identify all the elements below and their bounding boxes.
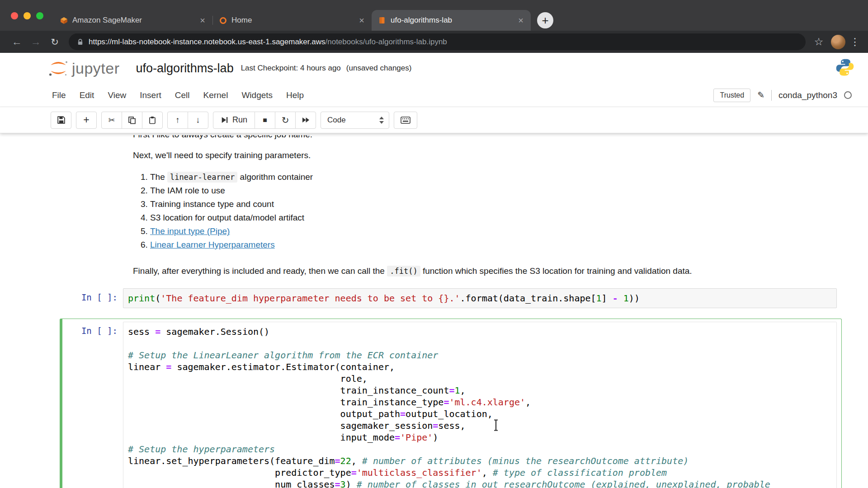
list-item: Linear Learner Hyperparameters bbox=[150, 238, 831, 252]
kernel-idle-icon bbox=[844, 91, 852, 99]
run-button[interactable]: Run bbox=[213, 112, 255, 129]
bookmark-star-icon[interactable]: ☆ bbox=[810, 36, 827, 48]
python-logo-icon bbox=[835, 58, 854, 79]
copy-cells-button[interactable] bbox=[122, 112, 142, 129]
sagemaker-favicon-icon bbox=[60, 16, 68, 24]
tab-title: Home bbox=[231, 16, 354, 25]
restart-kernel-button[interactable]: ↻ bbox=[275, 112, 296, 129]
jupyter-logo[interactable]: jupyter bbox=[48, 59, 120, 77]
tab-strip: Amazon SageMaker × Home × ufo-algorithms… bbox=[53, 0, 553, 31]
url-text: https://ml-labs-notebook-instance.notebo… bbox=[89, 38, 447, 47]
checkpoint-status: Last Checkpoint: 4 hours ago bbox=[241, 64, 341, 73]
fast-forward-icon bbox=[302, 117, 310, 123]
floppy-icon bbox=[57, 116, 66, 124]
restart-run-all-button[interactable] bbox=[295, 112, 316, 129]
code-cell-print-feature-dim[interactable]: In [ ]: print('The feature_dim hyperpara… bbox=[60, 285, 842, 311]
profile-avatar[interactable] bbox=[831, 35, 845, 49]
close-window-button[interactable] bbox=[11, 12, 18, 19]
paste-icon bbox=[148, 116, 156, 124]
window-controls bbox=[11, 12, 43, 19]
list-item: The input type (Pipe) bbox=[150, 225, 831, 238]
tab-home[interactable]: Home × bbox=[212, 10, 372, 31]
list-item: S3 location for output data/model artifa… bbox=[150, 211, 831, 225]
code-input-area[interactable]: sess = sagemaker.Session() # Setup the L… bbox=[123, 322, 837, 488]
code-input-area[interactable]: print('The feature_dim hyperparameter ne… bbox=[123, 288, 837, 308]
jupyter-menubar: File Edit View Insert Cell Kernel Widget… bbox=[0, 84, 868, 107]
copy-icon bbox=[128, 116, 136, 124]
unsaved-changes-status: (unsaved changes) bbox=[346, 64, 412, 73]
menu-file[interactable]: File bbox=[45, 90, 73, 100]
run-icon bbox=[221, 116, 228, 124]
cut-cells-button[interactable]: ✂ bbox=[101, 112, 122, 129]
list-item: The linear-learner algorithm container bbox=[150, 170, 831, 184]
list-item: The IAM role to use bbox=[150, 184, 831, 197]
notebook-favicon-icon bbox=[378, 16, 386, 24]
move-cell-down-button[interactable]: ↓ bbox=[188, 112, 208, 129]
zoom-window-button[interactable] bbox=[36, 12, 43, 19]
save-button[interactable] bbox=[51, 112, 71, 129]
cell-prompt: In [ ]: bbox=[62, 288, 123, 308]
cell-type-value: Code bbox=[327, 116, 346, 125]
clipped-markdown-line: First I like to always create a specific… bbox=[133, 135, 842, 141]
tab-amazon-sagemaker[interactable]: Amazon SageMaker × bbox=[53, 10, 212, 31]
jupyter-favicon-icon bbox=[219, 16, 227, 24]
tab-ufo-algorithms-lab[interactable]: ufo-algorithms-lab × bbox=[372, 10, 531, 31]
linear-learner-hyperparameters-link[interactable]: Linear Learner Hyperparameters bbox=[150, 240, 275, 249]
edit-pencil-icon[interactable]: ✎ bbox=[757, 90, 764, 100]
browser-menu-icon[interactable]: ⋮ bbox=[849, 36, 861, 48]
inline-code: linear-learner bbox=[167, 172, 237, 183]
lock-icon bbox=[77, 38, 84, 46]
browser-titlebar: Amazon SageMaker × Home × ufo-algorithms… bbox=[0, 0, 868, 31]
jupyter-toolbar: + ✂ ↑ ↓ Run ■ ↻ Code bbox=[0, 107, 868, 133]
menu-edit[interactable]: Edit bbox=[73, 90, 101, 100]
markdown-paragraph: Finally, after everything is included an… bbox=[133, 264, 831, 278]
insert-cell-button[interactable]: + bbox=[76, 112, 97, 129]
jupyter-wordmark: jupyter bbox=[72, 61, 120, 76]
markdown-cell[interactable]: Next, we'll need to specify training par… bbox=[133, 149, 831, 278]
forward-button[interactable]: → bbox=[26, 31, 45, 53]
address-bar[interactable]: https://ml-labs-notebook-instance.notebo… bbox=[69, 33, 806, 50]
tab-title: Amazon SageMaker bbox=[72, 16, 194, 25]
close-tab-icon[interactable]: × bbox=[199, 16, 206, 25]
menu-insert[interactable]: Insert bbox=[133, 90, 168, 100]
cell-prompt: In [ ]: bbox=[62, 322, 123, 488]
notebook-scroll-area[interactable]: First I like to always create a specific… bbox=[0, 133, 868, 488]
tab-title: ufo-algorithms-lab bbox=[391, 16, 513, 25]
keyboard-icon bbox=[401, 117, 410, 124]
paste-cells-button[interactable] bbox=[142, 112, 163, 129]
jupyter-logo-icon bbox=[48, 59, 69, 77]
inline-code: .fit() bbox=[387, 266, 420, 277]
training-parameters-list: The linear-learner algorithm container T… bbox=[133, 170, 831, 252]
browser-toolbar: ← → ↻ https://ml-labs-notebook-instance.… bbox=[0, 31, 868, 53]
cell-type-dropdown[interactable]: Code bbox=[321, 112, 389, 129]
trusted-button[interactable]: Trusted bbox=[713, 89, 750, 102]
menu-kernel[interactable]: Kernel bbox=[196, 90, 235, 100]
list-item: Training instance type and count bbox=[150, 197, 831, 211]
input-type-pipe-link[interactable]: The input type (Pipe) bbox=[150, 226, 230, 236]
menu-cell[interactable]: Cell bbox=[168, 90, 197, 100]
minimize-window-button[interactable] bbox=[24, 12, 31, 19]
back-button[interactable]: ← bbox=[7, 31, 26, 53]
notebook-title[interactable]: ufo-algorithms-lab bbox=[136, 61, 234, 75]
dropdown-arrows-icon bbox=[379, 117, 384, 124]
interrupt-kernel-button[interactable]: ■ bbox=[255, 112, 275, 129]
menu-widgets[interactable]: Widgets bbox=[235, 90, 279, 100]
kernel-name: conda_python3 bbox=[778, 90, 837, 100]
command-palette-button[interactable] bbox=[394, 112, 417, 129]
reload-button[interactable]: ↻ bbox=[45, 31, 64, 53]
menu-view[interactable]: View bbox=[101, 90, 133, 100]
divider bbox=[771, 90, 772, 101]
code-content: sess = sagemaker.Session() # Setup the L… bbox=[128, 326, 832, 488]
move-cell-up-button[interactable]: ↑ bbox=[167, 112, 188, 129]
new-tab-button[interactable]: + bbox=[537, 12, 553, 28]
close-tab-icon[interactable]: × bbox=[358, 16, 365, 25]
jupyter-header: jupyter ufo-algorithms-lab Last Checkpoi… bbox=[0, 53, 868, 84]
close-tab-icon[interactable]: × bbox=[517, 16, 524, 25]
code-cell-estimator-setup[interactable]: In [ ]: sess = sagemaker.Session() # Set… bbox=[60, 319, 842, 488]
code-content: print('The feature_dim hyperparameter ne… bbox=[128, 292, 832, 304]
menu-help[interactable]: Help bbox=[279, 90, 311, 100]
markdown-paragraph: Next, we'll need to specify training par… bbox=[133, 149, 831, 162]
mouse-cursor bbox=[493, 419, 499, 433]
